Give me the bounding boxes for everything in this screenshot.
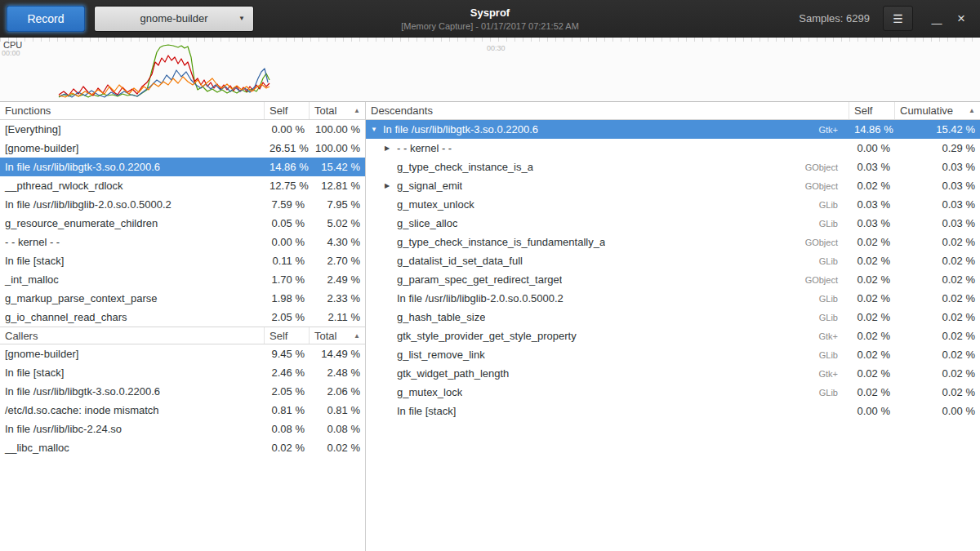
descendant-name-cell: g_mutex_lock GLib: [366, 386, 849, 398]
function-name: g_param_spec_get_redirect_target: [397, 273, 562, 286]
descendant-row[interactable]: ▼ In file /usr/lib/libgtk-3.so.0.2200.6 …: [366, 120, 980, 139]
descendant-row[interactable]: g_mutex_lock GLib 0.02 % 0.02 %: [366, 383, 980, 402]
self-percent: 0.02 %: [849, 236, 895, 248]
descendant-row[interactable]: In file [stack] 0.00 % 0.00 %: [366, 402, 980, 420]
descendant-row[interactable]: g_param_spec_get_redirect_target GObject…: [366, 270, 980, 289]
function-name: gtk_widget_path_length: [397, 367, 509, 380]
main-content: Functions Self Total ▲ [Everything] 0.0: [0, 102, 980, 551]
total-percent: 2.06 %: [310, 385, 365, 398]
function-row[interactable]: In file /usr/lib/libglib-2.0.so.0.5000.2…: [0, 195, 365, 214]
total-percent: 2.11 %: [310, 311, 365, 323]
function-row[interactable]: [gnome-builder] 26.51 % 100.00 %: [0, 139, 365, 158]
caller-row[interactable]: In file /usr/lib/libgtk-3.so.0.2200.6 2.…: [0, 382, 365, 401]
library-tag: GLib: [811, 294, 844, 304]
functions-table-body: [Everything] 0.00 % 100.00 % [gnome-buil…: [0, 120, 365, 327]
cumulative-percent: 0.29 %: [895, 142, 980, 154]
minimize-button[interactable]: —: [924, 6, 949, 31]
self-percent: 0.02 %: [265, 442, 310, 454]
expander-icon[interactable]: ▶: [385, 144, 397, 152]
headerbar: Record gnome-builder ▼ Sysprof [Memory C…: [0, 0, 980, 38]
self-percent: 14.86 %: [265, 161, 310, 173]
column-label: Callers: [5, 330, 38, 342]
descendant-name-cell: g_datalist_id_set_data_full GLib: [366, 255, 849, 267]
function-row[interactable]: g_markup_parse_context_parse 1.98 % 2.33…: [0, 289, 365, 308]
descendant-row[interactable]: ▶ - - kernel - - 0.00 % 0.29 %: [366, 139, 980, 158]
function-name: g_signal_emit: [397, 180, 462, 192]
descendant-row[interactable]: g_slice_alloc GLib 0.03 % 0.03 %: [366, 214, 980, 233]
record-button[interactable]: Record: [7, 6, 85, 32]
self-percent: 26.51 %: [265, 142, 310, 154]
column-label: Functions: [5, 104, 51, 117]
cumulative-percent: 0.03 %: [895, 180, 980, 192]
function-name: gtk_style_provider_get_style_property: [397, 330, 577, 342]
column-header-descendants[interactable]: Descendants: [366, 102, 849, 119]
column-label: Self: [270, 330, 287, 342]
descendant-row[interactable]: g_mutex_unlock GLib 0.03 % 0.03 %: [366, 195, 980, 214]
descendant-row[interactable]: gtk_style_provider_get_style_property Gt…: [366, 327, 980, 345]
self-percent: 0.02 %: [849, 386, 895, 398]
self-percent: 0.05 %: [265, 217, 310, 229]
self-percent: 0.03 %: [849, 198, 895, 211]
expander-icon[interactable]: ▶: [385, 182, 397, 189]
column-header-total[interactable]: Total ▲: [310, 327, 365, 344]
caller-row[interactable]: In file /usr/lib/libc-2.24.so 0.08 % 0.0…: [0, 420, 365, 438]
descendant-row[interactable]: ▶ g_signal_emit GObject 0.02 % 0.03 %: [366, 176, 980, 195]
function-row[interactable]: [Everything] 0.00 % 100.00 %: [0, 120, 365, 139]
descendant-row[interactable]: In file /usr/lib/libglib-2.0.so.0.5000.2…: [366, 289, 980, 308]
descendant-row[interactable]: gtk_widget_path_length Gtk+ 0.02 % 0.02 …: [366, 364, 980, 383]
descendant-row[interactable]: g_hash_table_size GLib 0.02 % 0.02 %: [366, 308, 980, 327]
close-button[interactable]: ×: [949, 6, 973, 31]
descendants-table: Descendants Self Cumulative ▲ ▼: [366, 102, 980, 420]
process-selector-dropdown[interactable]: gnome-builder ▼: [94, 6, 254, 32]
descendants-table-body: ▼ In file /usr/lib/libgtk-3.so.0.2200.6 …: [366, 120, 980, 420]
timeline-tick-mid: 00:30: [487, 44, 506, 52]
library-tag: GLib: [811, 200, 844, 210]
menu-button[interactable]: ☰: [883, 6, 913, 31]
descendant-name-cell: g_list_remove_link GLib: [366, 349, 849, 361]
self-percent: 0.02 %: [849, 273, 895, 286]
descendant-row[interactable]: g_datalist_id_set_data_full GLib 0.02 % …: [366, 251, 980, 270]
function-row[interactable]: _int_malloc 1.70 % 2.49 %: [0, 270, 365, 289]
minimize-icon: —: [932, 17, 942, 29]
function-row[interactable]: - - kernel - - 0.00 % 4.30 %: [0, 233, 365, 251]
function-row[interactable]: g_io_channel_read_chars 2.05 % 2.11 %: [0, 308, 365, 327]
descendant-row[interactable]: g_type_check_instance_is_fundamentally_a…: [366, 233, 980, 251]
app-title: Sysprof: [470, 7, 510, 19]
function-row[interactable]: In file /usr/lib/libgtk-3.so.0.2200.6 14…: [0, 158, 365, 176]
functions-table: Functions Self Total ▲ [Everything] 0.0: [0, 102, 365, 327]
function-name: /etc/ld.so.cache: inode mismatch: [0, 404, 265, 416]
column-label: Self: [854, 104, 872, 117]
function-row[interactable]: In file [stack] 0.11 % 2.70 %: [0, 251, 365, 270]
column-header-self[interactable]: Self: [849, 102, 895, 119]
function-row[interactable]: g_resource_enumerate_children 0.05 % 5.0…: [0, 214, 365, 233]
process-selector-label: gnome-builder: [140, 12, 207, 24]
column-header-cumulative[interactable]: Cumulative ▲: [895, 102, 980, 119]
expander-icon[interactable]: ▼: [371, 126, 383, 133]
function-row[interactable]: __pthread_rwlock_rdlock 12.75 % 12.81 %: [0, 176, 365, 195]
column-header-functions[interactable]: Functions: [0, 102, 265, 119]
caller-row[interactable]: __libc_malloc 0.02 % 0.02 %: [0, 438, 365, 457]
self-percent: 0.02 %: [849, 180, 895, 192]
total-percent: 2.70 %: [310, 255, 365, 267]
library-tag: GLib: [811, 219, 844, 229]
column-label: Cumulative: [900, 104, 953, 117]
descendant-name-cell: ▼ In file /usr/lib/libgtk-3.so.0.2200.6 …: [366, 123, 849, 136]
function-name: In file /usr/lib/libgtk-3.so.0.2200.6: [0, 161, 265, 173]
cumulative-percent: 15.42 %: [895, 123, 980, 136]
headerbar-right: Samples: 6299 ☰ — ×: [799, 6, 973, 31]
descendant-name-cell: ▶ g_signal_emit GObject: [366, 180, 849, 192]
caller-row[interactable]: [gnome-builder] 9.45 % 14.49 %: [0, 344, 365, 363]
function-name: [gnome-builder]: [0, 348, 265, 360]
function-name: _int_malloc: [0, 273, 265, 286]
column-header-callers[interactable]: Callers: [0, 327, 265, 344]
column-header-self[interactable]: Self: [265, 102, 310, 119]
caller-row[interactable]: In file [stack] 2.46 % 2.48 %: [0, 363, 365, 382]
descendant-row[interactable]: g_type_check_instance_is_a GObject 0.03 …: [366, 158, 980, 176]
descendant-row[interactable]: g_list_remove_link GLib 0.02 % 0.02 %: [366, 345, 980, 364]
caller-row[interactable]: /etc/ld.so.cache: inode mismatch 0.81 % …: [0, 401, 365, 420]
column-header-self[interactable]: Self: [265, 327, 310, 344]
self-percent: 0.03 %: [849, 161, 895, 173]
cpu-timeline[interactable]: CPU 00:00 00:30: [0, 38, 980, 102]
chevron-down-icon: ▼: [238, 15, 245, 22]
column-header-total[interactable]: Total ▲: [310, 102, 365, 119]
